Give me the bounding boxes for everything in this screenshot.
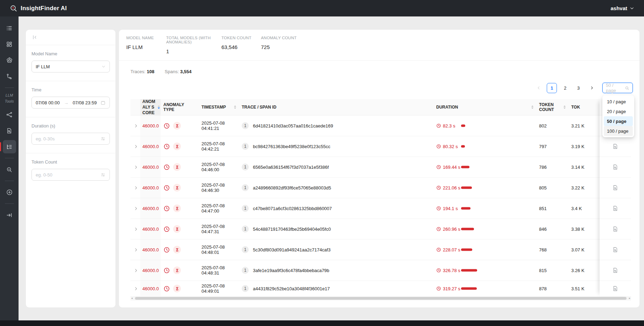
table-row: 46000.02025-07-08 04:47:31154c4887191704… (130, 219, 631, 240)
view-trace-button[interactable] (600, 178, 631, 198)
row-expand-button[interactable] (130, 178, 140, 198)
duration-cell: 319.27 s (433, 281, 536, 296)
scroll-left-arrow[interactable]: ◂ (131, 297, 133, 300)
page-size-option[interactable]: 50 / page (604, 116, 633, 126)
page-size-option[interactable]: 20 / page (604, 106, 633, 116)
page-button-2[interactable]: 2 (560, 83, 570, 93)
view-trace-button[interactable] (600, 240, 631, 260)
model-name-select[interactable]: IF LLM (31, 61, 110, 72)
row-expand-button[interactable] (130, 198, 140, 219)
token-count-column-header[interactable]: TOKEN COUNT (536, 99, 568, 115)
row-expand-button[interactable] (130, 136, 140, 157)
page-button-3[interactable]: 3 (573, 83, 583, 93)
scroll-right-arrow[interactable]: ▸ (629, 297, 630, 300)
time-end-value: 07/08 23:59 (73, 100, 97, 105)
nav-divider (5, 88, 14, 88)
view-trace-file-icon (612, 143, 618, 150)
nav-flow-icon[interactable] (3, 108, 16, 121)
span-count-badge: 1 (242, 205, 249, 212)
clock-anomaly-icon (163, 123, 170, 129)
nav-add-icon[interactable] (3, 186, 16, 199)
row-expand-button[interactable] (130, 260, 140, 280)
hourglass-anomaly-icon (173, 143, 181, 150)
view-trace-button[interactable] (600, 198, 631, 219)
span-count-badge: 1 (242, 164, 249, 171)
nav-trace-tree-icon[interactable] (3, 140, 16, 153)
view-trace-file-icon (612, 164, 618, 170)
duration-input[interactable]: eg. 0-30s (31, 133, 110, 145)
anomaly-score-cell: 46000.0 (140, 219, 161, 239)
view-trace-button[interactable] (600, 136, 631, 157)
stat-label: ANOMALY COUNT (261, 36, 297, 40)
horizontal-scrollbar[interactable]: ◂ ▸ (130, 296, 631, 300)
next-page-button[interactable] (587, 83, 597, 93)
anomaly-type-column-header: ANOMALY TYPE (161, 99, 199, 115)
nav-file-search-icon[interactable] (3, 124, 16, 137)
stat-anomaly-count: ANOMALY COUNT 725 (261, 36, 300, 60)
timestamp-cell: 2025-07-08 04:47:00 (199, 198, 239, 219)
view-trace-button[interactable] (600, 260, 631, 281)
page-button-1[interactable]: 1 (547, 83, 557, 93)
trace-span-cell: 154c488719170463fbe25b69404e05fc0 (239, 219, 433, 239)
span-count-badge: 1 (242, 143, 249, 150)
duration-bar (461, 125, 465, 127)
nav-search-insight-icon[interactable] (3, 163, 16, 176)
traces-table: ANOMALY SCORE ANOMALY TYPE TIMESTAMP TRA… (130, 99, 631, 300)
scrollbar-thumb[interactable] (135, 297, 627, 300)
time-range-picker[interactable]: 07/08 00:00 → 07/08 23:59 (31, 97, 110, 109)
page-size-option[interactable]: 10 / page (604, 97, 633, 106)
page-size-option[interactable]: 100 / page (604, 126, 633, 136)
timestamp-column-header[interactable]: TIMESTAMP (199, 99, 239, 115)
timestamp-cell: 2025-07-08 04:46:00 (199, 157, 239, 177)
spans-value: 3,554 (180, 69, 192, 74)
nav-list-icon[interactable] (3, 21, 16, 35)
stat-value: IF LLM (126, 44, 163, 50)
clock-anomaly-icon (163, 285, 170, 292)
stat-label: TOKEN COUNT (221, 36, 257, 40)
nav-dashboard-icon[interactable] (3, 37, 16, 51)
collapse-filters-icon[interactable] (32, 34, 38, 40)
trace-span-cell: 15c30df803d091a949241aa2c7174caf3 (239, 240, 433, 260)
anomaly-score-cell: 46000.0 (140, 157, 161, 177)
page-size-select[interactable]: 50 / page (602, 83, 633, 93)
anomaly-type-cell (161, 157, 199, 177)
expand-chevron-icon (134, 206, 138, 211)
user-menu[interactable]: ashvat (610, 5, 634, 11)
duration-cell: 82.3 s (433, 116, 536, 136)
span-count-badge: 1 (242, 285, 249, 292)
anomaly-score-column-header[interactable]: ANOMALY SCORE (140, 99, 161, 115)
trace-span-cell: 1bc9842761363be49f5238e0f123c55cc (239, 136, 433, 157)
row-expand-button[interactable] (130, 219, 140, 239)
view-trace-button[interactable] (600, 219, 631, 240)
token-count-cell: 797 (536, 136, 568, 157)
nav-git-branch-icon[interactable] (3, 70, 16, 83)
table-row: 46000.02025-07-08 04:46:301a2489660892df… (130, 178, 631, 198)
view-trace-file-icon (612, 267, 618, 273)
row-expand-button[interactable] (130, 116, 140, 136)
anomaly-score-cell: 46000.0 (140, 178, 161, 198)
row-expand-button[interactable] (130, 240, 140, 260)
prev-page-button[interactable] (533, 83, 544, 93)
spans-label: Spans: (165, 69, 179, 74)
token-count-input[interactable]: eg. 0-50 (31, 169, 110, 181)
nav-collapse-panel-icon[interactable] (3, 208, 16, 222)
table-header: ANOMALY SCORE ANOMALY TYPE TIMESTAMP TRA… (130, 99, 631, 116)
view-trace-button[interactable] (600, 157, 631, 178)
duration-column-header[interactable]: DURATION (433, 99, 536, 115)
trace-id: 6d41821410d3ac057aa016c1caede169 (253, 123, 333, 129)
anomaly-score-cell: 46000.0 (140, 260, 161, 280)
expand-chevron-icon (134, 268, 138, 273)
page-size-dropdown: 10 / page20 / page50 / page100 / page (602, 95, 634, 137)
trace-span-cell: 16565e0a636154f67f3d7037a1e5f386f (239, 157, 433, 177)
row-expand-button[interactable] (130, 157, 140, 177)
duration-bar (461, 166, 469, 168)
view-trace-button[interactable] (600, 281, 631, 296)
anomaly-type-cell (161, 136, 199, 157)
trace-span-column-header: TRACE / SPAN ID (239, 99, 433, 115)
traces-value: 108 (147, 69, 154, 74)
row-expand-button[interactable] (130, 281, 140, 296)
nav-model-pentagon-icon[interactable] (3, 54, 16, 67)
swap-right-icon: → (64, 100, 69, 105)
table-body: 46000.02025-07-08 04:41:2116d41821410d3a… (130, 116, 631, 296)
anomaly-type-cell (161, 219, 199, 239)
